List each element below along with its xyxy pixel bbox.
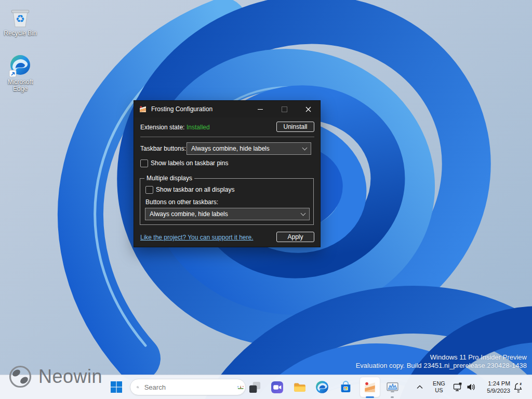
file-explorer-button[interactable] [290, 377, 310, 397]
minimize-button[interactable] [248, 101, 272, 117]
svg-text:♻: ♻ [16, 13, 25, 25]
show-labels-checkbox-label: Show labels on taskbar pins [151, 159, 228, 167]
watermark-line1: Windows 11 Pro Insider Preview [356, 353, 527, 362]
task-manager-button[interactable] [382, 377, 402, 397]
language-line1: ENG [431, 380, 447, 387]
desktop-icon-recycle-bin[interactable]: ♻ Recycle Bin [0, 5, 41, 37]
extension-state-label: Extension state: [140, 124, 184, 131]
start-button[interactable] [107, 377, 126, 397]
svg-text:z: z [520, 381, 522, 386]
buttons-other-taskbars-dropdown[interactable]: Always combine, hide labels [145, 208, 310, 220]
show-labels-checkbox[interactable] [140, 159, 148, 167]
task-view-button[interactable] [245, 377, 264, 397]
watermark-line2: Evaluation copy. Build 23451.ni_prerelea… [356, 362, 527, 370]
apply-button[interactable]: Apply [276, 232, 314, 242]
extension-state-value: Installed [187, 124, 210, 131]
dialog-body: Extension state: Installed Uninstall Tas… [134, 117, 320, 246]
frosting-cake-icon [363, 380, 377, 394]
network-button[interactable] [453, 382, 463, 392]
edge-icon [0, 54, 41, 78]
microsoft-store-icon [339, 381, 352, 394]
windows-logo-icon [110, 381, 123, 393]
search-input[interactable] [143, 383, 237, 392]
network-icon [453, 382, 463, 392]
chat-button[interactable] [267, 377, 287, 397]
desktop-icon-label: Microsoft Edge [0, 79, 41, 92]
frosting-app-button-active[interactable] [360, 377, 380, 397]
tray-date: 5/9/2023 [476, 387, 510, 394]
edge-icon [315, 380, 329, 394]
language-indicator[interactable]: ENG US [431, 380, 447, 394]
recycle-bin-icon: ♻ [0, 5, 41, 29]
chevron-down-icon [302, 145, 308, 151]
dropdown-selected-value: Always combine, hide labels [191, 145, 303, 152]
language-line2: US [431, 387, 447, 394]
multiple-displays-groupbox: Multiple displays Show taskbar on all di… [140, 178, 314, 225]
neowin-wordmark: Neowin [38, 366, 102, 388]
speaker-icon [466, 382, 476, 392]
taskbar-buttons-label: Taskbar buttons: [140, 145, 186, 152]
support-project-link[interactable]: Like the project? You can support it her… [140, 234, 253, 241]
frosting-configuration-window: Frosting Configuration Extension state: … [134, 100, 321, 247]
notification-bell-dnd-icon: z [513, 381, 524, 393]
file-explorer-icon [293, 380, 307, 394]
search-icon [137, 383, 139, 391]
neowin-logo: Neowin [8, 365, 102, 389]
chat-icon [271, 381, 284, 394]
show-taskbar-all-displays-checkbox[interactable] [145, 186, 153, 194]
close-icon [305, 107, 311, 112]
window-titlebar[interactable]: Frosting Configuration [134, 101, 320, 117]
active-app-indicator [366, 396, 374, 398]
taskbar-search-box[interactable] [130, 379, 246, 395]
show-taskbar-all-displays-label: Show taskbar on all displays [156, 186, 234, 193]
notification-center-button[interactable]: z [513, 381, 524, 393]
open-app-indicator [391, 396, 394, 398]
maximize-button[interactable] [272, 101, 296, 117]
task-manager-icon [386, 381, 399, 394]
clock-tray[interactable]: 1:24 PM 5/9/2023 [476, 380, 510, 394]
desktop-icon-microsoft-edge[interactable]: Microsoft Edge [0, 54, 41, 92]
tray-time: 1:24 PM [476, 380, 510, 387]
chevron-down-icon [301, 211, 306, 216]
groupbox-title: Multiple displays [144, 175, 194, 182]
frosting-cake-icon [139, 105, 147, 113]
buttons-other-taskbars-label: Buttons on other taskbars: [145, 198, 218, 206]
uninstall-button[interactable]: Uninstall [276, 122, 314, 132]
divider [140, 137, 314, 137]
taskbar-buttons-dropdown[interactable]: Always combine, hide labels [187, 142, 311, 155]
hidden-icons-button[interactable] [415, 382, 425, 392]
search-highlight-seasonal-icon [237, 380, 244, 394]
window-title: Frosting Configuration [151, 105, 212, 113]
chevron-up-icon [417, 385, 423, 389]
neowin-mark-icon [8, 365, 32, 389]
close-button[interactable] [296, 101, 320, 117]
windows-watermark: Windows 11 Pro Insider Preview Evaluatio… [356, 353, 527, 369]
task-view-icon [249, 381, 261, 393]
window-controls [248, 101, 320, 117]
desktop-icon-label: Recycle Bin [0, 30, 41, 37]
desktop-screen: ♻ Recycle Bin Microsoft Edge Windows [0, 0, 532, 399]
dropdown-selected-value: Always combine, hide labels [150, 210, 301, 218]
microsoft-store-button[interactable] [336, 377, 355, 397]
volume-button[interactable] [466, 382, 476, 392]
edge-button[interactable] [312, 377, 332, 397]
